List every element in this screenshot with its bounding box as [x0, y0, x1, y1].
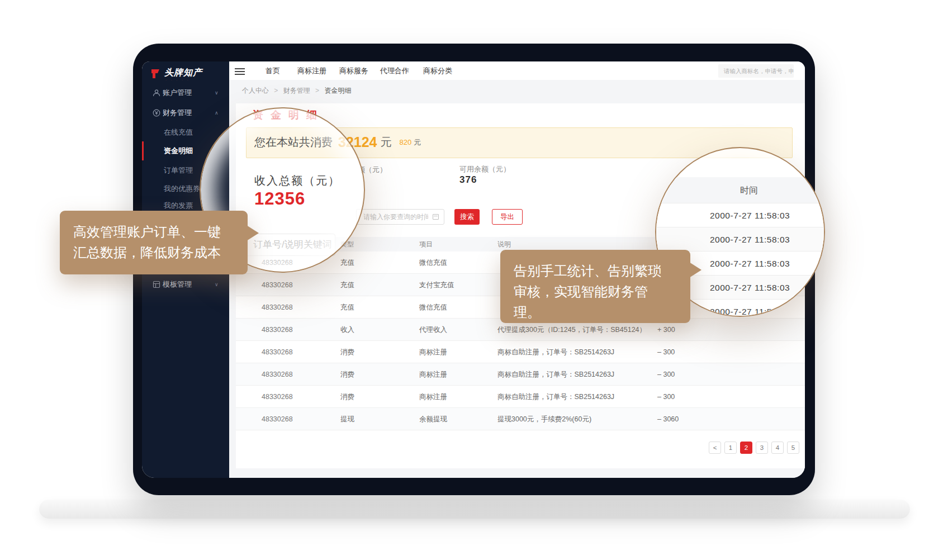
sidebar-item-label: 模板管理: [163, 279, 192, 290]
pagination-page-5[interactable]: 5: [787, 442, 799, 454]
logo[interactable]: 头牌知产 · · · · ·: [150, 65, 228, 85]
sort-caret-icon[interactable]: ∨: [421, 237, 425, 251]
income-total-label: 收入总额（元）: [254, 173, 340, 188]
chevron-down-icon: ∨: [215, 282, 219, 287]
nav-tab-trademark-register[interactable]: 商标注册: [297, 61, 326, 80]
search-button[interactable]: 搜索: [454, 209, 480, 225]
available-balance-label: 可用余额（元）: [459, 164, 510, 174]
income-total-value: 12356: [254, 189, 305, 209]
laptop-base: [39, 500, 910, 519]
consumption-amount-small: 820: [400, 138, 412, 146]
annotation-tooltip-left: 高效管理账户订单、一键 汇总数据，降低财务成本: [60, 211, 248, 274]
table-row: 48330268提现余额提现提现3000元，手续费2%(60元)– 3060¥ …: [236, 408, 805, 430]
nav-tab-trademark-service[interactable]: 商标服务: [339, 61, 368, 80]
template-icon: [153, 281, 160, 288]
menu-icon[interactable]: [235, 67, 245, 74]
export-button[interactable]: 导出: [492, 209, 523, 225]
sidebar-item-label: 订单管理: [164, 165, 193, 175]
sort-caret-icon[interactable]: ∨: [343, 237, 346, 251]
finance-icon: [153, 109, 160, 117]
annotation-tooltip-right: 告别手工统计、告别繁琐 审核，实现智能财务管 理。: [500, 250, 690, 323]
user-icon: [153, 89, 160, 97]
nav-tab-home[interactable]: 首页: [266, 61, 280, 80]
sidebar-item-label: 我的发票: [164, 201, 193, 211]
calendar-icon[interactable]: [433, 214, 439, 220]
consumption-banner-text: 您在本站共消费 32124 元 820 元: [254, 127, 421, 157]
chevron-up-icon: ∧: [215, 110, 219, 116]
expense-total-label: 支出总额（元）: [361, 164, 388, 174]
consumption-amount: 32124: [338, 134, 377, 150]
sidebar-item-label: 我的优惠券: [164, 184, 200, 194]
page-title: 资金明细: [253, 108, 324, 122]
sidebar-item-label: 账户管理: [163, 88, 192, 98]
sidebar-item-online-recharge[interactable]: 在线充值: [142, 123, 229, 142]
sidebar-item-coupons[interactable]: 我的优惠券: [142, 179, 229, 198]
pagination-prev[interactable]: <: [709, 442, 721, 454]
logo-text: 头牌知产: [164, 67, 202, 79]
page-canvas: 头牌知产 · · · · · 账户管理 ∨ 财务管理 ∧: [0, 0, 948, 560]
sidebar-item-order-management[interactable]: 订单管理: [142, 161, 229, 180]
table-row: 48330268消费商标注册商标自助注册，订单号：SB2514263J– 300…: [236, 386, 805, 408]
breadcrumb-personal-center[interactable]: 个人中心: [242, 87, 269, 94]
sidebar-item-label: 在线充值: [164, 127, 193, 137]
pagination: < 1 2 3 4 5: [709, 442, 799, 454]
table-row: 48330268消费商标注册商标自助注册，订单号：SB2514263J– 300…: [236, 341, 805, 363]
nav-tab-agency[interactable]: 代理合作: [380, 61, 409, 80]
breadcrumb-finance[interactable]: 财务管理: [283, 87, 310, 94]
breadcrumb: 个人中心 > 财务管理 > 资金明细: [242, 80, 351, 102]
sidebar-item-template[interactable]: 模板管理 ∨: [142, 275, 229, 294]
pagination-page-3[interactable]: 3: [756, 442, 768, 454]
breadcrumb-current: 资金明细: [324, 87, 351, 94]
sidebar-item-label: 财务管理: [163, 108, 192, 118]
pagination-page-2-active[interactable]: 2: [740, 442, 752, 454]
sidebar-item-funds-detail[interactable]: 资金明细: [142, 141, 229, 160]
top-navbar: 首页 商标注册 商标服务 代理合作 商标分类 请输入商标名，申请号，申请人: [229, 61, 805, 80]
time-search-input[interactable]: 请输入你要查询的时间: [356, 209, 444, 225]
logo-subtext: · · · · ·: [165, 78, 190, 82]
table-row: 48330268消费商标注册商标自助注册，订单号：SB2514263J– 300…: [236, 363, 805, 386]
trademark-search-input[interactable]: 请输入商标名，申请号，申请人: [718, 64, 794, 78]
pagination-page-1[interactable]: 1: [724, 442, 737, 454]
pagination-page-4[interactable]: 4: [771, 442, 784, 454]
nav-tab-trademark-category[interactable]: 商标分类: [423, 61, 452, 80]
sidebar-item-finance[interactable]: 财务管理 ∧: [142, 103, 229, 122]
available-balance-value: 376: [459, 174, 477, 186]
breadcrumb-bar: 个人中心 > 财务管理 > 资金明细: [229, 80, 805, 102]
chevron-down-icon: ∨: [215, 90, 219, 96]
sidebar-item-label: 资金明细: [164, 146, 193, 156]
sidebar-item-account[interactable]: 账户管理 ∨: [142, 83, 229, 102]
logo-icon: [150, 68, 161, 79]
